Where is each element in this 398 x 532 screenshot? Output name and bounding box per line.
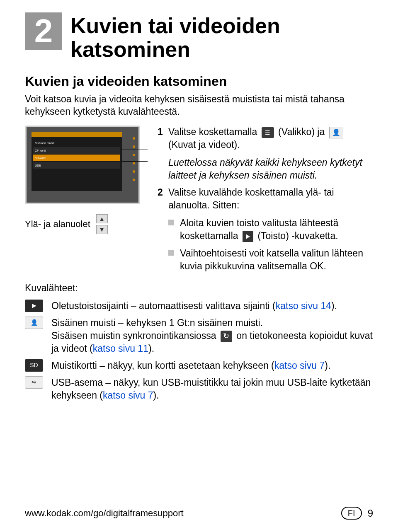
step2-bullet-2: Vaihtoehtoisesti voit katsella valitun l… bbox=[168, 247, 373, 273]
step1-text-c: (Kuvat ja videot). bbox=[168, 139, 240, 150]
sd-card-icon: SD bbox=[25, 359, 43, 372]
source-default: ▶ Oletustoistosijainti – automaattisesti… bbox=[25, 300, 373, 312]
link-page-7a[interactable]: katso sivu 7 bbox=[274, 360, 325, 371]
step-1: 1 Valitse koskettamalla ☰ (Valikko) ja 👤… bbox=[158, 126, 373, 151]
page-number: 9 bbox=[368, 508, 373, 519]
play-icon bbox=[243, 231, 253, 242]
source-card: SD Muistikortti – näkyy, kun kortti aset… bbox=[25, 359, 373, 372]
usb-icon: ⇋ bbox=[25, 376, 43, 389]
src-usb-a: USB-asema – näkyy, kun USB-muistitikku t… bbox=[51, 377, 371, 401]
section-intro: Voit katsoa kuvia ja videoita kehyksen s… bbox=[25, 93, 373, 118]
step2-text: Valitse kuvalähde koskettamalla ylä- tai… bbox=[168, 186, 373, 212]
language-badge: FI bbox=[341, 507, 362, 520]
src-card-b: ). bbox=[325, 360, 330, 371]
step1-text-b: (Valikko) ja bbox=[276, 126, 328, 137]
pictures-icon: 👤 bbox=[329, 127, 343, 138]
src-internal-2c: ). bbox=[148, 343, 154, 354]
page-footer: www.kodak.com/go/digitalframesupport FI … bbox=[25, 507, 373, 520]
footer-url: www.kodak.com/go/digitalframesupport bbox=[25, 508, 184, 519]
source-internal: 👤 Sisäinen muisti – kehyksen 1 Gt:n sisä… bbox=[25, 317, 373, 355]
up-down-arrows-icon: ▲ ▼ bbox=[95, 214, 109, 234]
chapter-header: 2 Kuvien tai videoiden katsominen bbox=[25, 12, 373, 61]
link-page-14[interactable]: katso sivu 14 bbox=[276, 300, 331, 311]
source-usb: ⇋ USB-asema – näkyy, kun USB-muistitikku… bbox=[25, 376, 373, 402]
arrow-down-icon: ▼ bbox=[96, 225, 108, 234]
device-illustration: Sisäinen muisti CF-kortti SD-kortti USB bbox=[25, 126, 140, 204]
bullet2-text: Vaihtoehtoisesti voit katsella valitun l… bbox=[180, 247, 373, 273]
square-bullet-icon bbox=[168, 250, 174, 256]
step-2: 2 Valitse kuvalähde koskettamalla ylä- t… bbox=[158, 186, 373, 212]
arrow-up-icon: ▲ bbox=[96, 214, 108, 223]
src-default-a: Oletustoistosijainti – automaattisesti v… bbox=[51, 300, 276, 311]
src-internal-line1: Sisäinen muisti – kehyksen 1 Gt:n sisäin… bbox=[51, 317, 373, 329]
step2-bullet-1: Aloita kuvien toisto valitusta lähteestä… bbox=[168, 217, 373, 242]
internal-memory-icon: 👤 bbox=[25, 317, 43, 329]
sources-heading: Kuvalähteet: bbox=[25, 283, 373, 294]
square-bullet-icon bbox=[168, 220, 174, 225]
folder-play-icon: ▶ bbox=[25, 300, 43, 312]
chapter-title: Kuvien tai videoiden katsominen bbox=[70, 12, 373, 61]
chapter-number: 2 bbox=[25, 12, 62, 50]
link-page-7b[interactable]: katso sivu 7 bbox=[103, 390, 153, 401]
bullet1-text-b: (Toisto) -kuvaketta. bbox=[255, 230, 338, 241]
arrows-label: Ylä- ja alanuolet bbox=[25, 219, 90, 230]
src-internal-2a: Sisäisen muistin synkronointikansiossa bbox=[51, 330, 219, 341]
step1-text-a: Valitse koskettamalla bbox=[168, 126, 260, 137]
src-card-a: Muistikortti – näkyy, kun kortti aseteta… bbox=[51, 360, 274, 371]
sync-icon: ↻ bbox=[221, 331, 232, 342]
menu-icon: ☰ bbox=[262, 127, 274, 138]
src-default-b: ). bbox=[331, 300, 337, 311]
section-heading: Kuvien ja videoiden katsominen bbox=[25, 74, 373, 89]
link-page-11[interactable]: katso sivu 11 bbox=[93, 343, 148, 354]
step1-note: Luettelossa näkyvät kaikki kehykseen kyt… bbox=[168, 156, 373, 182]
src-usb-b: ). bbox=[153, 390, 159, 401]
